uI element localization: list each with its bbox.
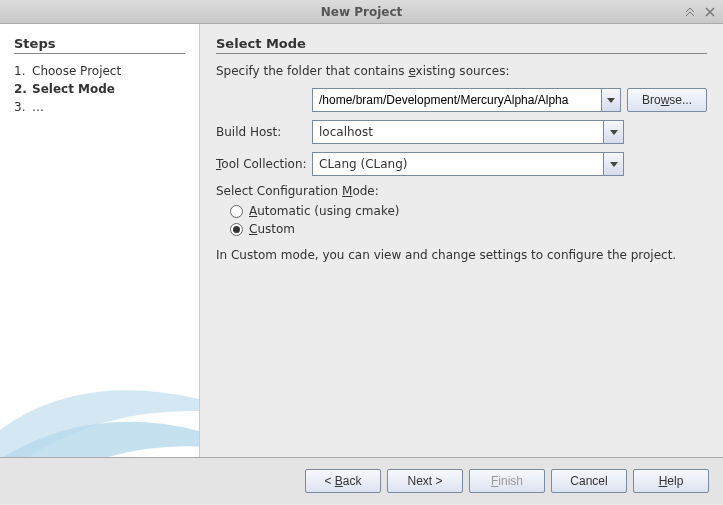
tool-collection-dropdown-button[interactable]: [603, 153, 623, 175]
help-button[interactable]: Help: [633, 469, 709, 493]
folder-dropdown-button[interactable]: [601, 89, 620, 111]
chevron-down-icon: [607, 98, 615, 103]
next-button[interactable]: Next >: [387, 469, 463, 493]
steps-panel: Steps 1.Choose Project 2.Select Mode 3.…: [0, 24, 200, 457]
radio-custom-label: Custom: [249, 222, 295, 236]
steps-list: 1.Choose Project 2.Select Mode 3.…: [14, 62, 185, 116]
titlebar: New Project: [0, 0, 723, 24]
folder-combo[interactable]: [312, 88, 621, 112]
build-host-label: Build Host:: [216, 125, 306, 139]
config-mode-label: Select Configuration Mode:: [216, 184, 707, 198]
main-panel: Select Mode Specify the folder that cont…: [200, 24, 723, 457]
build-host-dropdown-button[interactable]: [603, 121, 623, 143]
folder-input[interactable]: [313, 93, 601, 107]
back-button[interactable]: < Back: [305, 469, 381, 493]
build-host-value: localhost: [313, 121, 603, 143]
main-heading: Select Mode: [216, 36, 707, 51]
build-host-combo[interactable]: localhost: [312, 120, 624, 144]
close-icon[interactable]: [703, 5, 717, 19]
chevron-down-icon: [610, 162, 618, 167]
cancel-button[interactable]: Cancel: [551, 469, 627, 493]
window-title: New Project: [321, 5, 403, 19]
steps-heading: Steps: [14, 36, 185, 51]
browse-button[interactable]: Browse...: [627, 88, 707, 112]
step-item: 2.Select Mode: [14, 80, 185, 98]
chevron-down-icon: [610, 130, 618, 135]
radio-custom[interactable]: Custom: [230, 220, 707, 238]
finish-button: Finish: [469, 469, 545, 493]
radio-automatic[interactable]: Automatic (using cmake): [230, 202, 707, 220]
folder-label: Specify the folder that contains existin…: [216, 64, 707, 78]
footer: < Back Next > Finish Cancel Help: [0, 458, 723, 504]
tool-collection-label: Tool Collection:: [216, 157, 306, 171]
tool-collection-combo[interactable]: CLang (CLang): [312, 152, 624, 176]
radio-icon: [230, 223, 243, 236]
mode-hint: In Custom mode, you can view and change …: [216, 248, 707, 262]
step-item: 3.…: [14, 98, 185, 116]
radio-automatic-label: Automatic (using cmake): [249, 204, 400, 218]
tool-collection-value: CLang (CLang): [313, 153, 603, 175]
minimize-icon[interactable]: [683, 5, 697, 19]
step-item: 1.Choose Project: [14, 62, 185, 80]
radio-icon: [230, 205, 243, 218]
